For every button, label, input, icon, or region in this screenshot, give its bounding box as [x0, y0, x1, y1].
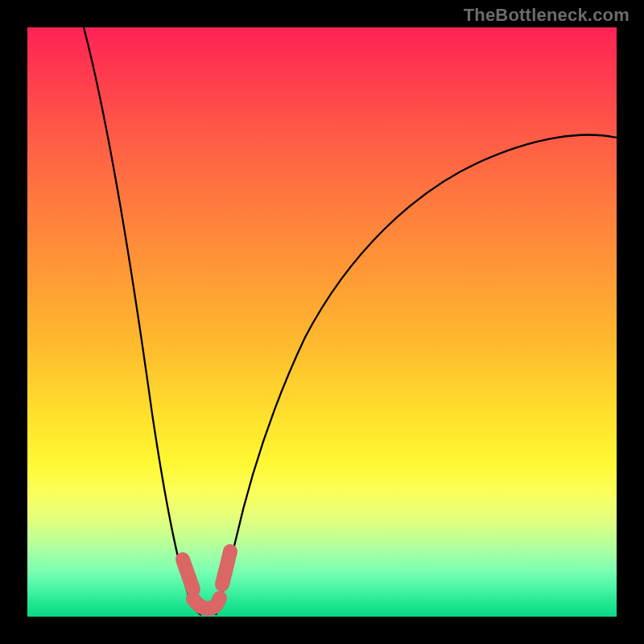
chart-plot-area [27, 27, 617, 617]
marker-right [222, 551, 230, 584]
chart-svg [27, 27, 617, 617]
curve-right-branch [216, 135, 617, 615]
marker-bottom [193, 598, 220, 609]
watermark-text: TheBottleneck.com [464, 5, 630, 26]
valley-markers [183, 551, 230, 609]
curve-left-branch [84, 27, 201, 615]
marker-left [183, 559, 193, 589]
